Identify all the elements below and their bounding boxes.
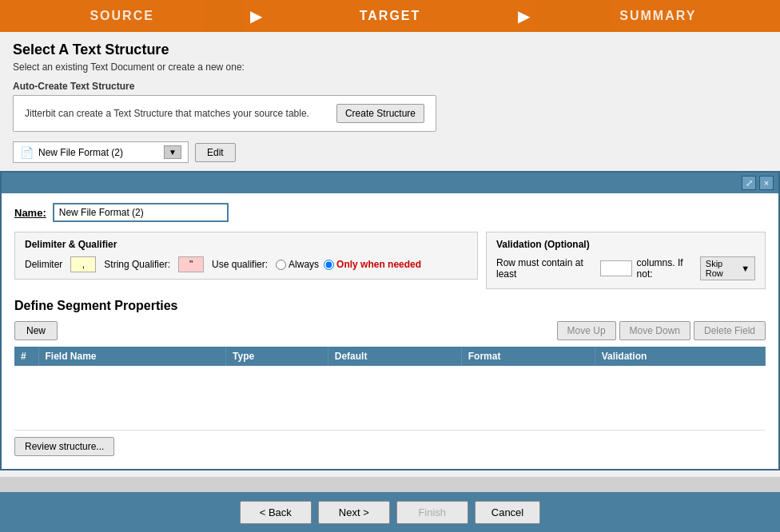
col-header-fieldname: Field Name — [38, 347, 226, 366]
nav-source[interactable]: SOURCE — [0, 0, 244, 32]
dialog-body: Name: Delimiter & Qualifier Delimiter St… — [2, 193, 778, 469]
bottom-bar: < Back Next > Finish Cancel — [0, 492, 780, 532]
review-btn-row: Review structure... — [14, 431, 766, 459]
nav-arrow-2: ▶ — [512, 6, 536, 26]
cancel-button[interactable]: Cancel — [475, 501, 540, 524]
back-button[interactable]: < Back — [240, 501, 312, 524]
auto-create-box: Jitterbit can create a Text Structure th… — [13, 95, 436, 132]
radio-group: Always Only when needed — [276, 259, 421, 270]
delete-field-button[interactable]: Delete Field — [694, 321, 766, 340]
validation-section-title: Validation (Optional) — [496, 239, 755, 250]
finish-button[interactable]: Finish — [396, 501, 468, 524]
delimiter-section: Delimiter & Qualifier Delimiter String Q… — [14, 232, 478, 280]
review-structure-button[interactable]: Review structure... — [14, 437, 114, 456]
segment-toolbar: New Move Up Move Down Delete Field — [14, 321, 766, 340]
col-header-type: Type — [226, 347, 328, 366]
delimiter-input[interactable] — [70, 256, 96, 272]
validation-suffix: columns. If not: — [637, 257, 695, 280]
fields-table: # Field Name Type Default Format Validat… — [14, 347, 766, 431]
string-qualifier-label: String Qualifier: — [104, 259, 170, 270]
name-input[interactable] — [53, 203, 229, 222]
dialog-titlebar: ⤢ × — [2, 173, 778, 193]
nav-arrow-1: ▶ — [244, 6, 268, 26]
top-nav: SOURCE ▶ TARGET ▶ SUMMARY — [0, 0, 780, 32]
summary-label: SUMMARY — [619, 9, 696, 23]
radio-only-when-needed-input[interactable] — [324, 260, 334, 270]
format-dropdown[interactable]: 📄 New File Format (2) ▼ — [13, 141, 189, 163]
format-row: 📄 New File Format (2) ▼ Edit — [13, 141, 767, 163]
table-body — [14, 366, 766, 430]
radio-only-when-needed-label: Only when needed — [336, 259, 421, 270]
auto-create-section: Auto-Create Text Structure Jitterbit can… — [13, 81, 767, 132]
auto-create-label: Auto-Create Text Structure — [13, 81, 767, 92]
col-header-default: Default — [328, 347, 461, 366]
skip-row-label: Skip Row — [706, 259, 738, 278]
name-row: Name: — [14, 203, 766, 222]
auto-create-text: Jitterbit can create a Text Structure th… — [25, 108, 309, 119]
skip-row-arrow-icon: ▼ — [741, 264, 750, 273]
dialog-panel: ⤢ × Name: Delimiter & Qualifier Delimite… — [0, 171, 780, 470]
use-qualifier-label: Use qualifier: — [212, 259, 268, 270]
define-segment-title: Define Segment Properties — [14, 299, 766, 313]
segment-action-buttons: Move Up Move Down Delete Field — [557, 321, 766, 340]
file-icon: 📄 — [20, 146, 34, 159]
radio-always[interactable]: Always — [276, 259, 319, 270]
col-header-validation: Validation — [595, 347, 765, 366]
radio-only-when-needed[interactable]: Only when needed — [324, 259, 421, 270]
resize-icon[interactable]: ⤢ — [742, 176, 756, 190]
page-title: Select A Text Structure — [13, 42, 767, 58]
delimiter-validation-row: Delimiter & Qualifier Delimiter String Q… — [14, 232, 766, 289]
page-subtitle: Select an existing Text Document or crea… — [13, 62, 767, 73]
delimiter-row: Delimiter String Qualifier: Use qualifie… — [25, 256, 468, 272]
skip-row-dropdown[interactable]: Skip Row ▼ — [700, 256, 755, 280]
validation-row: Row must contain at least columns. If no… — [496, 256, 755, 280]
main-content: Select A Text Structure Select an existi… — [0, 32, 780, 477]
table-header: # Field Name Type Default Format Validat… — [14, 347, 766, 366]
col-header-format: Format — [461, 347, 595, 366]
validation-columns-input[interactable] — [600, 260, 632, 276]
col-header-num: # — [14, 347, 38, 366]
move-up-button[interactable]: Move Up — [557, 321, 616, 340]
delimiter-section-title: Delimiter & Qualifier — [25, 239, 468, 250]
nav-target[interactable]: TARGET — [268, 0, 511, 32]
radio-always-label: Always — [289, 259, 319, 270]
next-button[interactable]: Next > — [318, 501, 390, 524]
string-qualifier-input[interactable] — [178, 256, 204, 272]
validation-text: Row must contain at least — [496, 257, 595, 280]
new-button[interactable]: New — [14, 321, 58, 340]
table-header-row: # Field Name Type Default Format Validat… — [14, 347, 766, 366]
table-empty-row — [14, 366, 766, 430]
close-icon[interactable]: × — [759, 176, 774, 190]
format-dropdown-value: New File Format (2) — [38, 147, 123, 158]
name-label: Name: — [14, 207, 46, 219]
move-down-button[interactable]: Move Down — [619, 321, 690, 340]
edit-button[interactable]: Edit — [195, 143, 236, 162]
delimiter-label: Delimiter — [25, 259, 62, 270]
validation-section: Validation (Optional) Row must contain a… — [486, 232, 766, 289]
dropdown-arrow-icon[interactable]: ▼ — [164, 145, 181, 159]
source-label: SOURCE — [90, 9, 153, 23]
target-label: TARGET — [360, 9, 421, 23]
nav-summary[interactable]: SUMMARY — [536, 0, 780, 32]
create-structure-button[interactable]: Create Structure — [336, 104, 424, 123]
radio-always-input[interactable] — [276, 260, 286, 270]
